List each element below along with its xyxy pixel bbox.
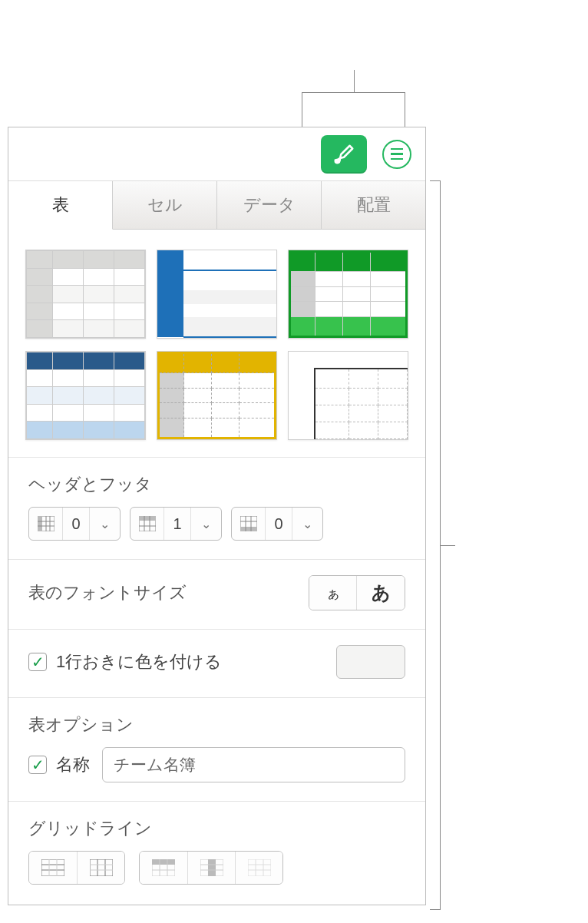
section-table-options: 表オプション ✓ 名称 [8, 698, 425, 802]
font-size-group: ぁ あ [309, 575, 405, 610]
font-larger-button[interactable]: あ [357, 576, 405, 610]
footer-rows-icon [232, 508, 266, 540]
svg-rect-12 [240, 527, 257, 531]
table-style-4[interactable] [25, 351, 146, 440]
chevron-down-icon: ⌄ [89, 508, 120, 540]
tab-content: ヘッダとフッタ 0 ⌄ 1 ⌄ [8, 230, 425, 905]
tab-bar: 表 セル データ 配置 [8, 181, 425, 230]
table-name-input[interactable] [102, 747, 405, 782]
organize-button[interactable] [382, 140, 411, 169]
paintbrush-icon [332, 143, 355, 166]
tab-cell[interactable]: セル [113, 181, 217, 229]
font-smaller-button[interactable]: ぁ [309, 576, 357, 610]
svg-rect-27 [152, 859, 175, 865]
gridlines-body-segment [28, 851, 125, 885]
table-styles-grid [8, 230, 425, 458]
header-rows-stepper[interactable]: 1 ⌄ [130, 507, 222, 541]
callout-bracket-top [302, 92, 405, 127]
header-rows-value: 1 [164, 508, 190, 540]
alternating-color-well[interactable] [336, 645, 405, 679]
font-size-label: 表のフォントサイズ [28, 581, 187, 604]
table-style-3[interactable] [288, 250, 408, 339]
table-style-1[interactable] [25, 250, 146, 339]
callout-bracket-right [430, 180, 441, 910]
footer-rows-stepper[interactable]: 0 ⌄ [231, 507, 323, 541]
gridlines-vert-button[interactable] [77, 852, 124, 884]
gridlines-header-col-button[interactable] [187, 852, 235, 884]
toolbar [8, 127, 425, 181]
table-style-6[interactable] [288, 351, 408, 440]
chevron-down-icon: ⌄ [190, 508, 221, 540]
name-checkbox[interactable]: ✓ 名称 [28, 753, 90, 776]
table-style-5[interactable] [157, 351, 277, 440]
section-alternating: ✓ 1行おきに色を付ける [8, 630, 425, 698]
svg-rect-21 [90, 859, 113, 876]
gridlines-header-row-button[interactable] [140, 852, 187, 884]
table-options-label: 表オプション [28, 713, 405, 736]
tab-data[interactable]: データ [217, 181, 322, 229]
gridlines-header-segment [139, 851, 283, 885]
section-font-size: 表のフォントサイズ ぁ あ [8, 560, 425, 630]
table-style-2[interactable] [157, 250, 277, 339]
svg-rect-32 [208, 859, 216, 876]
header-rows-icon [130, 508, 164, 540]
section-gridlines: グリッドライン [8, 802, 425, 889]
checkmark-icon: ✓ [28, 756, 47, 774]
svg-rect-7 [139, 516, 156, 521]
tab-arrange[interactable]: 配置 [322, 181, 425, 229]
svg-rect-35 [248, 859, 271, 876]
section-headers-footers: ヘッダとフッタ 0 ⌄ 1 ⌄ [8, 458, 425, 560]
svg-rect-1 [38, 516, 42, 531]
chevron-down-icon: ⌄ [292, 508, 322, 540]
gridlines-label: グリッドライン [28, 817, 405, 840]
header-columns-stepper[interactable]: 0 ⌄ [28, 507, 121, 541]
svg-rect-16 [41, 859, 64, 876]
headers-footers-label: ヘッダとフッタ [28, 473, 405, 496]
checkmark-icon: ✓ [28, 653, 47, 671]
tab-table[interactable]: 表 [8, 181, 113, 230]
gridlines-footer-button[interactable] [235, 852, 282, 884]
inspector-panel: 表 セル データ 配置 [8, 127, 426, 905]
header-columns-value: 0 [63, 508, 89, 540]
alternating-label: 1行おきに色を付ける [56, 650, 222, 673]
format-button[interactable] [321, 135, 367, 174]
header-columns-icon [29, 508, 63, 540]
name-label: 名称 [56, 753, 90, 776]
footer-rows-value: 0 [266, 508, 292, 540]
gridlines-horiz-button[interactable] [29, 852, 77, 884]
alternating-checkbox[interactable]: ✓ 1行おきに色を付ける [28, 650, 222, 673]
list-icon [391, 148, 403, 160]
